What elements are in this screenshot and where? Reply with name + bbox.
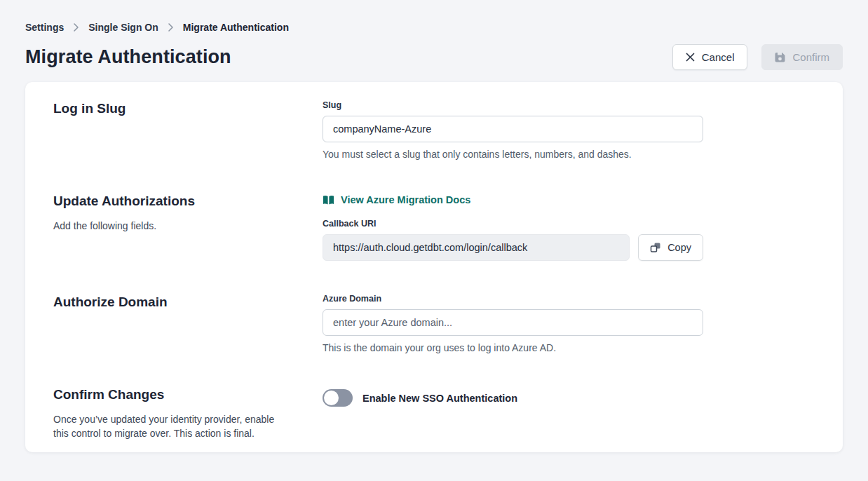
page-title: Migrate Authentication [25,46,231,68]
toggle-knob [324,391,339,405]
breadcrumb: Settings Single Sign On Migrate Authenti… [25,0,843,33]
breadcrumb-migrate-authentication: Migrate Authentication [183,22,289,33]
confirm-changes-description: Once you’ve updated your identity provid… [53,412,292,441]
section-update-authorizations: Update Authorizations Add the following … [53,193,815,261]
azure-domain-helper-text: This is the domain your org uses to log … [323,342,703,353]
header-actions: Cancel Confirm [672,44,843,70]
authorize-domain-heading: Authorize Domain [53,294,323,310]
chevron-right-icon [73,22,79,32]
open-book-icon [323,195,334,205]
migrate-authentication-page: Settings Single Sign On Migrate Authenti… [0,0,868,452]
confirm-changes-heading: Confirm Changes [53,387,323,402]
breadcrumb-settings[interactable]: Settings [25,22,64,33]
cancel-button-label: Cancel [702,51,735,63]
section-login-slug: Log in Slug Slug You must select a slug … [53,100,815,160]
settings-card: Log in Slug Slug You must select a slug … [25,82,843,452]
section-authorize-domain: Authorize Domain Azure Domain This is th… [53,294,815,353]
callback-uri-label: Callback URI [323,219,703,229]
close-icon [686,53,695,62]
confirm-button-label: Confirm [792,51,829,63]
slug-label: Slug [323,100,703,110]
docs-link-label: View Azure Migration Docs [341,194,470,205]
copy-button-label: Copy [667,242,691,253]
copy-button[interactable]: Copy [638,234,703,261]
update-authorizations-heading: Update Authorizations [53,194,323,209]
slug-input[interactable] [323,116,703,142]
update-authorizations-description: Add the following fields. [53,219,292,233]
copy-icon [650,242,661,253]
section-confirm-changes: Confirm Changes Once you’ve updated your… [53,386,815,441]
confirm-button[interactable]: Confirm [761,44,843,70]
cancel-button[interactable]: Cancel [672,44,748,70]
enable-sso-toggle[interactable] [323,389,353,407]
slug-helper-text: You must select a slug that only contain… [323,149,703,160]
callback-uri-value: https://auth.cloud.getdbt.com/login/call… [323,234,630,261]
chevron-right-icon [168,22,174,32]
view-azure-migration-docs-link[interactable]: View Azure Migration Docs [323,194,470,205]
azure-domain-label: Azure Domain [323,294,703,304]
enable-sso-toggle-label: Enable New SSO Authentication [362,393,517,404]
save-icon [775,52,785,62]
login-slug-heading: Log in Slug [53,101,323,116]
breadcrumb-single-sign-on[interactable]: Single Sign On [88,22,158,33]
page-header: Migrate Authentication Cancel Confirm [25,44,843,70]
azure-domain-input[interactable] [323,309,703,336]
